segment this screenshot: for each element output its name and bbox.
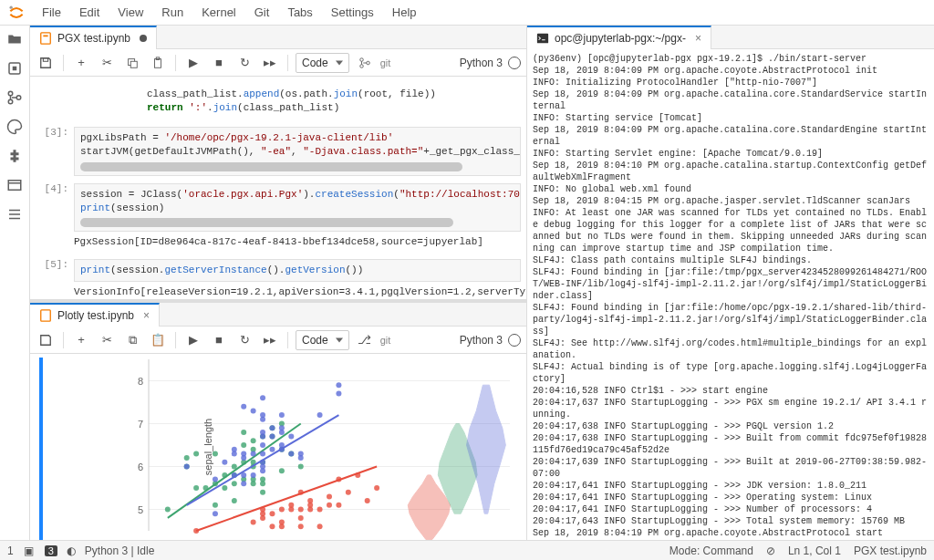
copy-icon[interactable]	[122, 53, 142, 73]
kernel-name[interactable]: Python 3	[460, 57, 503, 69]
svg-point-35	[279, 520, 285, 525]
stop-icon[interactable]: ■	[209, 53, 229, 73]
svg-point-48	[327, 503, 332, 508]
cursor-position[interactable]: Ln 1, Col 1	[788, 544, 841, 557]
tab-pgx-test[interactable]: PGX test.ipynb	[30, 26, 157, 49]
git-text[interactable]: git	[380, 330, 391, 350]
dirty-indicator	[140, 35, 147, 42]
svg-point-107	[251, 472, 256, 478]
menu-run[interactable]: Run	[154, 4, 191, 21]
svg-text:7: 7	[138, 419, 143, 430]
cell-prompt: [5]:	[30, 255, 74, 299]
menu-settings[interactable]: Settings	[324, 4, 381, 21]
svg-point-108	[251, 451, 256, 456]
cell-prompt	[30, 80, 74, 123]
svg-point-106	[241, 404, 246, 410]
svg-point-81	[251, 438, 256, 443]
cut-icon[interactable]: ✂	[97, 330, 117, 350]
svg-point-101	[232, 447, 237, 452]
git-toolbar-icon[interactable]: ⎇	[355, 330, 375, 350]
svg-point-60	[193, 485, 199, 491]
svg-point-0	[10, 5, 13, 8]
tab-plotly-test[interactable]: Plotly test.ipynb ×	[30, 303, 160, 327]
terminal-output[interactable]: (py36env) [opc@jupyterlab-pgx pgx-19.2.1…	[527, 49, 934, 540]
running-icon[interactable]	[6, 60, 23, 77]
notebook-icon	[39, 32, 52, 45]
kernel-status[interactable]: Python 3 | Idle	[85, 544, 155, 557]
svg-point-32	[269, 524, 275, 529]
restart-run-icon[interactable]: ▸▸	[260, 330, 280, 350]
restart-run-icon[interactable]: ▸▸	[260, 53, 280, 73]
svg-point-126	[279, 425, 285, 430]
activity-bar	[0, 26, 30, 540]
kernel-status-icon[interactable]	[508, 334, 521, 347]
menu-kernel[interactable]: Kernel	[194, 4, 244, 21]
svg-point-132	[317, 412, 323, 418]
menu-tabs[interactable]: Tabs	[280, 4, 319, 21]
tab-label: PGX test.ipynb	[57, 32, 130, 45]
svg-point-84	[260, 477, 265, 482]
svg-text:6: 6	[138, 461, 143, 472]
folder-icon[interactable]	[6, 31, 23, 47]
svg-point-66	[222, 485, 227, 491]
stop-icon[interactable]: ■	[209, 330, 229, 350]
svg-point-14	[359, 57, 363, 61]
restart-icon[interactable]: ↻	[234, 53, 254, 73]
kernel-status-icon[interactable]	[508, 57, 521, 69]
nb1-content: class_path_list.append(os.path.join(root…	[30, 77, 526, 299]
svg-rect-136	[537, 33, 548, 43]
extensions-icon[interactable]	[6, 148, 23, 164]
scatter-chart[interactable]: 5678	[114, 354, 519, 540]
add-cell-icon[interactable]: +	[71, 53, 91, 73]
cell-output: PgxSession[ID=d8e964ca-817c-4eaf-8413-bb…	[74, 232, 521, 251]
run-icon[interactable]: ▶	[183, 330, 203, 350]
svg-point-49	[327, 493, 332, 499]
run-icon[interactable]: ▶	[183, 53, 203, 73]
add-cell-icon[interactable]: +	[71, 330, 91, 350]
code-cell[interactable]: print(session.getServerInstance().getVer…	[74, 259, 521, 282]
code-fragment: class_path_list.append(os.path.join(root…	[74, 84, 521, 119]
menu-edit[interactable]: Edit	[72, 4, 107, 21]
palette-icon[interactable]	[6, 119, 23, 135]
restart-icon[interactable]: ↻	[234, 330, 254, 350]
svg-point-63	[213, 503, 218, 508]
code-cell[interactable]: pgxLibsPath = '/home/opc/pgx-19.2.1-java…	[74, 127, 521, 176]
svg-point-119	[260, 395, 265, 400]
menu-view[interactable]: View	[110, 4, 150, 21]
cell-type-select[interactable]: Code	[296, 330, 349, 350]
git-text[interactable]: git	[380, 53, 391, 73]
jupyter-logo	[7, 4, 26, 22]
svg-point-131	[298, 451, 304, 456]
svg-point-121	[269, 434, 275, 440]
notebook-trust-icon[interactable]: ⊘	[766, 544, 775, 557]
svg-point-116	[260, 430, 265, 435]
save-icon[interactable]	[36, 53, 56, 73]
code-cell[interactable]: session = JClass('oracle.pgx.api.Pgx').c…	[74, 183, 521, 233]
current-file[interactable]: PGX test.ipynb	[854, 544, 927, 557]
save-icon[interactable]	[36, 330, 56, 350]
menu-help[interactable]: Help	[385, 4, 424, 21]
svg-point-89	[279, 468, 285, 473]
cut-icon[interactable]: ✂	[97, 53, 117, 73]
close-icon[interactable]: ×	[143, 309, 150, 322]
svg-point-45	[307, 498, 313, 503]
svg-point-109	[251, 408, 256, 413]
git-icon[interactable]	[6, 89, 23, 106]
git-toolbar-icon[interactable]	[355, 53, 375, 73]
menu-git[interactable]: Git	[247, 4, 277, 21]
plot-output: sepal_length 5678	[30, 354, 526, 540]
svg-point-118	[260, 412, 265, 418]
svg-point-68	[232, 498, 237, 503]
svg-point-40	[298, 515, 304, 521]
cell-type-select[interactable]: Code	[296, 53, 349, 73]
tab-terminal[interactable]: opc@jupyterlab-pgx:~/pgx- ×	[527, 26, 711, 49]
menu-file[interactable]: File	[35, 4, 68, 21]
paste-icon[interactable]	[148, 53, 168, 73]
copy-icon[interactable]: ⧉	[122, 330, 142, 350]
svg-point-102	[241, 481, 246, 486]
paste-icon[interactable]: 📋	[148, 330, 168, 350]
tabs-icon[interactable]	[6, 177, 23, 193]
kernel-name[interactable]: Python 3	[460, 334, 503, 347]
list-icon[interactable]	[6, 206, 23, 223]
close-icon[interactable]: ×	[695, 32, 701, 45]
